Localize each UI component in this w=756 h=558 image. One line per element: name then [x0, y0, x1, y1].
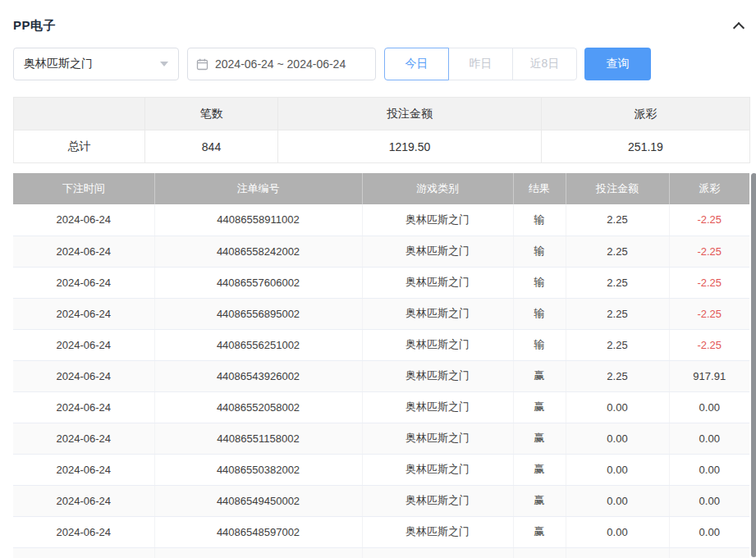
- column-header-order-id: 注单编号: [154, 173, 362, 204]
- calendar-icon: [196, 58, 208, 71]
- cell-game-type: 奥林匹斯之门: [362, 423, 513, 454]
- cell-payout: 0.00: [669, 516, 749, 547]
- cell-date: 2024-06-24: [13, 236, 154, 267]
- cell-payout: -2.25: [669, 267, 749, 298]
- cell-bet-amount: 2.25: [566, 236, 669, 267]
- cell-bet-amount: 0.00: [566, 454, 669, 485]
- summary-table: 笔数 投注金额 派彩 总计 844 1219.50 251.19: [13, 97, 750, 163]
- cell-order-id: 44086549450002: [154, 485, 362, 516]
- cell-game-type: 奥林匹斯之门: [362, 454, 513, 485]
- cell-result: 赢: [513, 423, 566, 454]
- summary-header-row: 笔数 投注金额 派彩: [14, 98, 750, 130]
- quick-date-group: 今日 昨日 近8日: [384, 48, 577, 80]
- cell-game-type: 奥林匹斯之门: [362, 329, 513, 360]
- cell-result: 输: [513, 298, 566, 329]
- cell-bet-amount: 0.00: [566, 485, 669, 516]
- bet-table-body: 2024-06-2444086558911002奥林匹斯之门输2.25-2.25…: [13, 204, 749, 558]
- cell-result: 输: [513, 267, 566, 298]
- date-range-value: 2024-06-24 ~ 2024-06-24: [215, 57, 346, 71]
- cell-payout: -2.25: [669, 204, 749, 236]
- table-row: 2024-06-2444086552058002奥林匹斯之门赢0.000.00: [13, 391, 749, 423]
- cell-bet-amount: 0.00: [566, 391, 669, 423]
- cell-payout: 0.00: [669, 423, 749, 454]
- cell-bet-amount: 0.00: [566, 516, 669, 547]
- cell-bet-amount: 2.25: [566, 204, 669, 236]
- cell-result: 赢: [513, 391, 566, 423]
- summary-bet-amount-value: 1219.50: [278, 130, 542, 163]
- summary-header-bet-amount: 投注金额: [278, 98, 542, 130]
- cell-bet-amount: [566, 547, 669, 558]
- cell-date: 2024-06-24: [13, 485, 154, 516]
- cell-date: 2024-06-24: [13, 329, 154, 360]
- cell-order-id: 44086550382002: [154, 454, 362, 485]
- cell-order-id: 44086552058002: [154, 391, 362, 423]
- cell-order-id: 44086558911002: [154, 204, 362, 236]
- cell-game-type: 奥林匹斯之门: [362, 516, 513, 547]
- cell-game-type: 奥林匹斯之门: [362, 485, 513, 516]
- cell-order-id: 44086558242002: [154, 236, 362, 267]
- collapse-chevron-up-icon[interactable]: [733, 22, 745, 34]
- table-scrollbar[interactable]: [751, 173, 756, 557]
- cell-order-id: [154, 547, 362, 558]
- cell-bet-amount: 2.25: [566, 267, 669, 298]
- cell-bet-amount: 0.00: [566, 423, 669, 454]
- table-row: 2024-06-2444086549450002奥林匹斯之门赢0.000.00: [13, 485, 749, 516]
- cell-date: 2024-06-24: [13, 423, 154, 454]
- cell-date: 2024-06-24: [13, 516, 154, 547]
- cell-payout: -2.25: [669, 329, 749, 360]
- cell-game-type: 奥林匹斯之门: [362, 204, 513, 236]
- cell-result: 输: [513, 236, 566, 267]
- quick-button-last8days[interactable]: 近8日: [512, 48, 577, 80]
- column-header-game-type: 游戏类别: [362, 173, 513, 204]
- bet-table-section: 下注时间 注单编号 游戏类别 结果 投注金额 派彩 2024-06-244408…: [13, 173, 756, 558]
- cell-game-type: 奥林匹斯之门: [362, 360, 513, 391]
- table-row: 2024-06-2444086558242002奥林匹斯之门输2.25-2.25: [13, 236, 749, 267]
- table-row: 2024-06-2444086543926002奥林匹斯之门赢2.25917.9…: [13, 360, 749, 391]
- summary-count-value: 844: [145, 130, 278, 163]
- cell-order-id: 44086543926002: [154, 360, 362, 391]
- cell-bet-amount: 2.25: [566, 298, 669, 329]
- cell-order-id: 44086557606002: [154, 267, 362, 298]
- quick-button-today[interactable]: 今日: [384, 48, 449, 80]
- cell-order-id: 44086556251002: [154, 329, 362, 360]
- cell-date: 2024-06-24: [13, 360, 154, 391]
- cell-order-id: 44086551158002: [154, 423, 362, 454]
- column-header-date: 下注时间: [13, 173, 154, 204]
- table-row: 2024-06-2444086551158002奥林匹斯之门赢0.000.00: [13, 423, 749, 454]
- summary-total-label: 总计: [14, 130, 145, 163]
- cell-game-type: 奥林匹斯之门: [362, 236, 513, 267]
- cell-result: 赢: [513, 454, 566, 485]
- cell-payout: 917.91: [669, 360, 749, 391]
- cell-bet-amount: 2.25: [566, 360, 669, 391]
- bet-table: 下注时间 注单编号 游戏类别 结果 投注金额 派彩 2024-06-244408…: [13, 173, 749, 558]
- summary-payout-value: 251.19: [542, 130, 750, 163]
- page-title: PP电子: [13, 18, 56, 34]
- filter-row: 奥林匹斯之门 2024-06-24 ~ 2024-06-24 今日 昨日 近8日…: [13, 48, 756, 80]
- cell-date: 2024-06-24: [13, 267, 154, 298]
- table-row: [13, 547, 749, 558]
- quick-button-yesterday[interactable]: 昨日: [448, 48, 513, 80]
- table-row: 2024-06-2444086556895002奥林匹斯之门输2.25-2.25: [13, 298, 749, 329]
- table-row: 2024-06-2444086556251002奥林匹斯之门输2.25-2.25: [13, 329, 749, 360]
- panel-header: PP电子: [13, 15, 749, 36]
- summary-header-blank: [14, 98, 145, 130]
- cell-payout: -2.25: [669, 298, 749, 329]
- bet-table-header-row: 下注时间 注单编号 游戏类别 结果 投注金额 派彩: [13, 173, 749, 204]
- date-range-picker[interactable]: 2024-06-24 ~ 2024-06-24: [187, 48, 376, 80]
- cell-date: 2024-06-24: [13, 298, 154, 329]
- table-row: 2024-06-2444086558911002奥林匹斯之门输2.25-2.25: [13, 204, 749, 236]
- cell-game-type: 奥林匹斯之门: [362, 298, 513, 329]
- table-row: 2024-06-2444086548597002奥林匹斯之门赢0.000.00: [13, 516, 749, 547]
- column-header-bet-amount: 投注金额: [566, 173, 669, 204]
- cell-order-id: 44086548597002: [154, 516, 362, 547]
- game-select-value: 奥林匹斯之门: [24, 57, 93, 71]
- cell-game-type: 奥林匹斯之门: [362, 391, 513, 423]
- summary-header-payout: 派彩: [542, 98, 750, 130]
- column-header-result: 结果: [513, 173, 566, 204]
- cell-payout: [669, 547, 749, 558]
- search-button[interactable]: 查询: [584, 48, 651, 80]
- game-select[interactable]: 奥林匹斯之门: [13, 48, 179, 80]
- cell-bet-amount: 2.25: [566, 329, 669, 360]
- cell-payout: 0.00: [669, 391, 749, 423]
- table-row: 2024-06-2444086557606002奥林匹斯之门输2.25-2.25: [13, 267, 749, 298]
